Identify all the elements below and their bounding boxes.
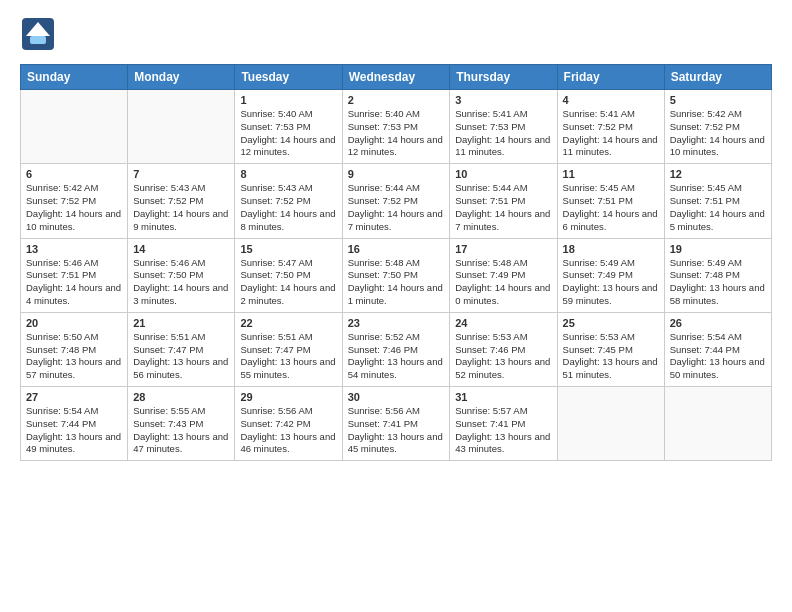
calendar-cell: 10Sunrise: 5:44 AMSunset: 7:51 PMDayligh… xyxy=(450,164,557,238)
calendar-cell: 15Sunrise: 5:47 AMSunset: 7:50 PMDayligh… xyxy=(235,238,342,312)
calendar-cell: 11Sunrise: 5:45 AMSunset: 7:51 PMDayligh… xyxy=(557,164,664,238)
calendar-cell: 13Sunrise: 5:46 AMSunset: 7:51 PMDayligh… xyxy=(21,238,128,312)
day-number: 30 xyxy=(348,391,445,403)
day-number: 10 xyxy=(455,168,551,180)
day-number: 17 xyxy=(455,243,551,255)
cell-info: Sunrise: 5:48 AMSunset: 7:50 PMDaylight:… xyxy=(348,257,445,308)
calendar-cell: 23Sunrise: 5:52 AMSunset: 7:46 PMDayligh… xyxy=(342,312,450,386)
calendar-cell: 7Sunrise: 5:43 AMSunset: 7:52 PMDaylight… xyxy=(128,164,235,238)
calendar-cell: 18Sunrise: 5:49 AMSunset: 7:49 PMDayligh… xyxy=(557,238,664,312)
calendar-cell: 16Sunrise: 5:48 AMSunset: 7:50 PMDayligh… xyxy=(342,238,450,312)
calendar-cell: 19Sunrise: 5:49 AMSunset: 7:48 PMDayligh… xyxy=(664,238,771,312)
calendar-cell: 14Sunrise: 5:46 AMSunset: 7:50 PMDayligh… xyxy=(128,238,235,312)
weekday-header-cell: Thursday xyxy=(450,65,557,90)
day-number: 7 xyxy=(133,168,229,180)
day-number: 15 xyxy=(240,243,336,255)
day-number: 21 xyxy=(133,317,229,329)
day-number: 2 xyxy=(348,94,445,106)
calendar-cell: 29Sunrise: 5:56 AMSunset: 7:42 PMDayligh… xyxy=(235,387,342,461)
cell-info: Sunrise: 5:45 AMSunset: 7:51 PMDaylight:… xyxy=(670,182,766,233)
calendar-cell: 4Sunrise: 5:41 AMSunset: 7:52 PMDaylight… xyxy=(557,90,664,164)
calendar-cell: 28Sunrise: 5:55 AMSunset: 7:43 PMDayligh… xyxy=(128,387,235,461)
page: SundayMondayTuesdayWednesdayThursdayFrid… xyxy=(0,0,792,481)
day-number: 11 xyxy=(563,168,659,180)
calendar-cell xyxy=(664,387,771,461)
cell-info: Sunrise: 5:56 AMSunset: 7:42 PMDaylight:… xyxy=(240,405,336,456)
cell-info: Sunrise: 5:46 AMSunset: 7:51 PMDaylight:… xyxy=(26,257,122,308)
cell-info: Sunrise: 5:40 AMSunset: 7:53 PMDaylight:… xyxy=(348,108,445,159)
weekday-header-cell: Monday xyxy=(128,65,235,90)
weekday-header-cell: Sunday xyxy=(21,65,128,90)
calendar-cell: 8Sunrise: 5:43 AMSunset: 7:52 PMDaylight… xyxy=(235,164,342,238)
calendar-week-row: 1Sunrise: 5:40 AMSunset: 7:53 PMDaylight… xyxy=(21,90,772,164)
calendar-week-row: 20Sunrise: 5:50 AMSunset: 7:48 PMDayligh… xyxy=(21,312,772,386)
calendar-week-row: 6Sunrise: 5:42 AMSunset: 7:52 PMDaylight… xyxy=(21,164,772,238)
day-number: 8 xyxy=(240,168,336,180)
cell-info: Sunrise: 5:53 AMSunset: 7:45 PMDaylight:… xyxy=(563,331,659,382)
weekday-header-cell: Friday xyxy=(557,65,664,90)
calendar-body: 1Sunrise: 5:40 AMSunset: 7:53 PMDaylight… xyxy=(21,90,772,461)
day-number: 20 xyxy=(26,317,122,329)
day-number: 4 xyxy=(563,94,659,106)
day-number: 14 xyxy=(133,243,229,255)
day-number: 5 xyxy=(670,94,766,106)
calendar-cell: 25Sunrise: 5:53 AMSunset: 7:45 PMDayligh… xyxy=(557,312,664,386)
calendar-week-row: 13Sunrise: 5:46 AMSunset: 7:51 PMDayligh… xyxy=(21,238,772,312)
cell-info: Sunrise: 5:53 AMSunset: 7:46 PMDaylight:… xyxy=(455,331,551,382)
cell-info: Sunrise: 5:51 AMSunset: 7:47 PMDaylight:… xyxy=(240,331,336,382)
day-number: 3 xyxy=(455,94,551,106)
calendar-cell: 1Sunrise: 5:40 AMSunset: 7:53 PMDaylight… xyxy=(235,90,342,164)
calendar-cell: 26Sunrise: 5:54 AMSunset: 7:44 PMDayligh… xyxy=(664,312,771,386)
cell-info: Sunrise: 5:47 AMSunset: 7:50 PMDaylight:… xyxy=(240,257,336,308)
day-number: 18 xyxy=(563,243,659,255)
day-number: 27 xyxy=(26,391,122,403)
logo xyxy=(20,16,60,52)
weekday-header-cell: Tuesday xyxy=(235,65,342,90)
calendar-cell: 21Sunrise: 5:51 AMSunset: 7:47 PMDayligh… xyxy=(128,312,235,386)
day-number: 31 xyxy=(455,391,551,403)
day-number: 1 xyxy=(240,94,336,106)
cell-info: Sunrise: 5:41 AMSunset: 7:53 PMDaylight:… xyxy=(455,108,551,159)
calendar: SundayMondayTuesdayWednesdayThursdayFrid… xyxy=(20,64,772,461)
calendar-cell: 30Sunrise: 5:56 AMSunset: 7:41 PMDayligh… xyxy=(342,387,450,461)
calendar-cell: 17Sunrise: 5:48 AMSunset: 7:49 PMDayligh… xyxy=(450,238,557,312)
calendar-cell: 12Sunrise: 5:45 AMSunset: 7:51 PMDayligh… xyxy=(664,164,771,238)
cell-info: Sunrise: 5:54 AMSunset: 7:44 PMDaylight:… xyxy=(26,405,122,456)
logo-icon xyxy=(20,16,56,52)
cell-info: Sunrise: 5:49 AMSunset: 7:48 PMDaylight:… xyxy=(670,257,766,308)
header xyxy=(20,16,772,52)
day-number: 16 xyxy=(348,243,445,255)
cell-info: Sunrise: 5:56 AMSunset: 7:41 PMDaylight:… xyxy=(348,405,445,456)
cell-info: Sunrise: 5:43 AMSunset: 7:52 PMDaylight:… xyxy=(240,182,336,233)
day-number: 12 xyxy=(670,168,766,180)
cell-info: Sunrise: 5:49 AMSunset: 7:49 PMDaylight:… xyxy=(563,257,659,308)
weekday-header-cell: Wednesday xyxy=(342,65,450,90)
calendar-cell: 27Sunrise: 5:54 AMSunset: 7:44 PMDayligh… xyxy=(21,387,128,461)
cell-info: Sunrise: 5:46 AMSunset: 7:50 PMDaylight:… xyxy=(133,257,229,308)
calendar-cell xyxy=(557,387,664,461)
cell-info: Sunrise: 5:40 AMSunset: 7:53 PMDaylight:… xyxy=(240,108,336,159)
calendar-cell: 22Sunrise: 5:51 AMSunset: 7:47 PMDayligh… xyxy=(235,312,342,386)
day-number: 9 xyxy=(348,168,445,180)
cell-info: Sunrise: 5:44 AMSunset: 7:51 PMDaylight:… xyxy=(455,182,551,233)
cell-info: Sunrise: 5:55 AMSunset: 7:43 PMDaylight:… xyxy=(133,405,229,456)
day-number: 6 xyxy=(26,168,122,180)
cell-info: Sunrise: 5:57 AMSunset: 7:41 PMDaylight:… xyxy=(455,405,551,456)
cell-info: Sunrise: 5:42 AMSunset: 7:52 PMDaylight:… xyxy=(26,182,122,233)
svg-rect-2 xyxy=(30,36,46,44)
cell-info: Sunrise: 5:48 AMSunset: 7:49 PMDaylight:… xyxy=(455,257,551,308)
cell-info: Sunrise: 5:50 AMSunset: 7:48 PMDaylight:… xyxy=(26,331,122,382)
cell-info: Sunrise: 5:42 AMSunset: 7:52 PMDaylight:… xyxy=(670,108,766,159)
calendar-cell: 3Sunrise: 5:41 AMSunset: 7:53 PMDaylight… xyxy=(450,90,557,164)
weekday-header-row: SundayMondayTuesdayWednesdayThursdayFrid… xyxy=(21,65,772,90)
day-number: 24 xyxy=(455,317,551,329)
calendar-cell xyxy=(21,90,128,164)
day-number: 22 xyxy=(240,317,336,329)
day-number: 26 xyxy=(670,317,766,329)
calendar-cell: 6Sunrise: 5:42 AMSunset: 7:52 PMDaylight… xyxy=(21,164,128,238)
calendar-week-row: 27Sunrise: 5:54 AMSunset: 7:44 PMDayligh… xyxy=(21,387,772,461)
calendar-cell: 2Sunrise: 5:40 AMSunset: 7:53 PMDaylight… xyxy=(342,90,450,164)
cell-info: Sunrise: 5:43 AMSunset: 7:52 PMDaylight:… xyxy=(133,182,229,233)
day-number: 28 xyxy=(133,391,229,403)
calendar-cell: 5Sunrise: 5:42 AMSunset: 7:52 PMDaylight… xyxy=(664,90,771,164)
